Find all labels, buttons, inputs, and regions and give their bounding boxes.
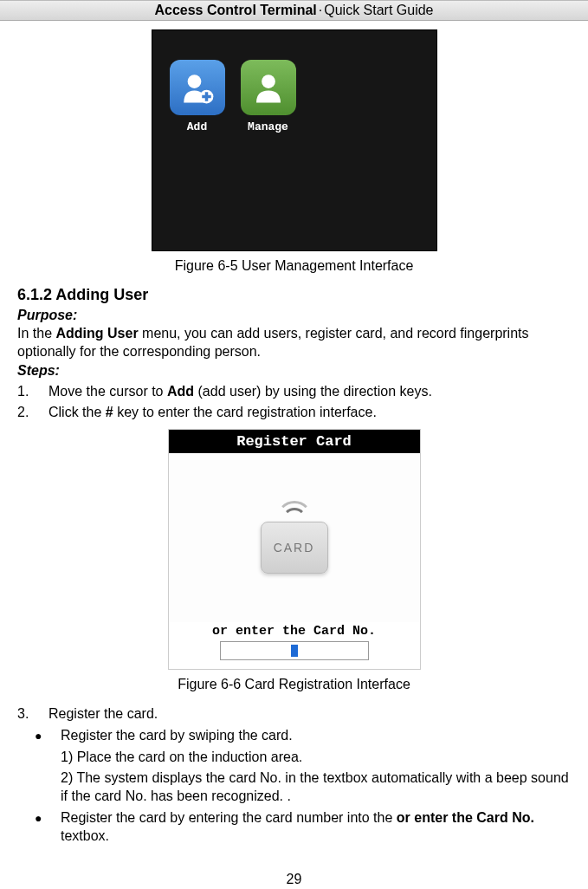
- card-number-input[interactable]: [220, 641, 369, 660]
- screenshot-user-management: Add Manage: [152, 29, 437, 251]
- steps-label: Steps:: [17, 363, 571, 379]
- step1-pre: Move the cursor to: [48, 384, 167, 399]
- purpose-text: In the Adding User menu, you can add use…: [17, 325, 571, 361]
- step-1: Move the cursor to Add (add user) by usi…: [17, 382, 571, 401]
- steps-list-cont: Register the card.: [17, 704, 571, 724]
- add-user-icon: [170, 60, 225, 115]
- bullet-list: Register the card by swiping the card.: [35, 726, 571, 745]
- signal-icon: [277, 501, 312, 518]
- step1-post: (add user) by using the direction keys.: [194, 384, 432, 399]
- bullet2-post: textbox.: [61, 828, 109, 843]
- sub-step-1: 1) Place the card on the induction area.: [61, 748, 571, 767]
- page-number: 29: [17, 872, 571, 887]
- step-2: Click the # key to enter the card regist…: [17, 403, 571, 422]
- svg-rect-3: [202, 95, 211, 99]
- header-title-light: Quick Start Guide: [324, 3, 433, 17]
- card-number-prompt: or enter the Card No.: [169, 622, 420, 639]
- step2-pre: Click the: [48, 405, 106, 419]
- header-title-bold: Access Control Terminal: [154, 3, 316, 17]
- purpose-bold: Adding User: [55, 326, 138, 341]
- bullet2-bold: or enter the Card No.: [397, 810, 534, 825]
- page-header: Access Control Terminal·Quick Start Guid…: [0, 0, 588, 21]
- bullet-list-2: Register the card by entering the card n…: [35, 808, 571, 846]
- manage-user-icon: [241, 60, 296, 115]
- tile-add: Add: [170, 60, 225, 133]
- register-card-title: Register Card: [169, 430, 420, 453]
- register-card-body: CARD: [169, 453, 420, 622]
- figure-1-caption: Figure 6-5 User Management Interface: [17, 258, 571, 274]
- svg-point-4: [262, 75, 275, 88]
- purpose-pre: In the: [17, 326, 55, 341]
- tile-manage-label: Manage: [241, 120, 296, 133]
- text-cursor: [291, 645, 298, 657]
- section-heading: 6.1.2 Adding User: [17, 286, 571, 304]
- step1-bold: Add: [167, 384, 194, 399]
- bullet-enter: Register the card by entering the card n…: [35, 808, 571, 846]
- tile-add-label: Add: [170, 120, 225, 133]
- purpose-label: Purpose:: [17, 308, 571, 323]
- page: Access Control Terminal·Quick Start Guid…: [0, 0, 588, 889]
- card-icon: CARD: [261, 522, 328, 574]
- tile-row: Add Manage: [170, 60, 296, 133]
- screenshot-register-card: Register Card CARD or enter the Card No.: [168, 429, 421, 670]
- step2-post: key to enter the card registration inter…: [113, 405, 377, 419]
- header-separator: ·: [319, 3, 322, 17]
- step-3: Register the card.: [17, 704, 571, 724]
- step2-bold: #: [106, 405, 113, 419]
- steps-list: Move the cursor to Add (add user) by usi…: [17, 382, 571, 422]
- figure-2-caption: Figure 6-6 Card Registration Interface: [17, 677, 571, 692]
- svg-point-0: [187, 75, 201, 88]
- bullet-swipe: Register the card by swiping the card.: [35, 726, 571, 745]
- figure-user-management: Add Manage: [17, 29, 571, 251]
- sub-step-2: 2) The system displays the card No. in t…: [61, 769, 571, 806]
- bullet2-pre: Register the card by entering the card n…: [61, 810, 397, 825]
- tile-manage: Manage: [241, 60, 296, 133]
- figure-register-card: Register Card CARD or enter the Card No.: [17, 429, 571, 670]
